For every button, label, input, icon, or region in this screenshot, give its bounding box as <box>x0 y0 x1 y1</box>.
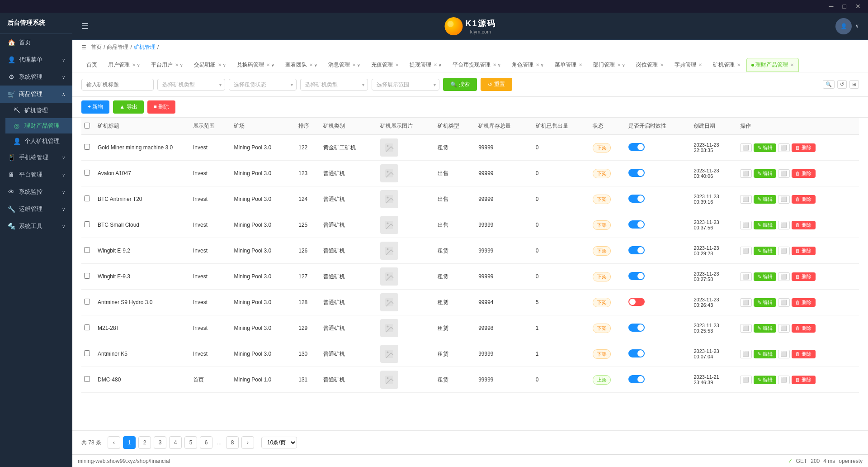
tab-close-icon[interactable]: ✕ <box>660 62 664 67</box>
tab-close-icon[interactable]: ✕ <box>309 62 313 67</box>
tab-team[interactable]: 查看团队 ✕ ∨ <box>280 58 322 72</box>
tab-users[interactable]: 用户管理 ✕ ∨ <box>103 58 145 72</box>
tab-close-icon[interactable]: ✕ <box>218 62 222 67</box>
delete-button[interactable]: 🗑 删除 <box>792 298 815 307</box>
add-button[interactable]: + 新增 <box>81 100 109 114</box>
rental-select[interactable]: 选择租赁状态 <box>229 79 297 91</box>
pagination-page-5[interactable]: 5 <box>184 436 197 449</box>
toggle-switch[interactable] <box>628 246 645 254</box>
tab-redeem[interactable]: 兑换码管理 ✕ ∨ <box>232 58 279 72</box>
toggle-switch[interactable] <box>628 195 645 203</box>
tab-close-icon[interactable]: ✕ <box>737 62 741 67</box>
tab-platform-withdraw[interactable]: 平台币提现管理 ✕ ∨ <box>448 58 506 72</box>
edit-button[interactable]: ✎ 编辑 <box>754 143 776 152</box>
view-button[interactable]: ⬜ <box>778 247 790 255</box>
tab-close-icon[interactable]: ✕ <box>536 62 539 67</box>
toggle-switch[interactable] <box>628 298 645 306</box>
toggle-switch[interactable] <box>628 349 645 357</box>
toggle-switch[interactable] <box>628 220 645 229</box>
sidebar-item-mobile[interactable]: 📱 手机端管理 ∨ <box>0 149 72 166</box>
menu-icon[interactable]: ☰ <box>81 44 86 51</box>
copy-button[interactable]: ⬜ <box>740 143 752 152</box>
delete-button[interactable]: 🗑 删除 <box>792 195 815 204</box>
edit-button[interactable]: ✎ 编辑 <box>754 298 776 307</box>
tab-positions[interactable]: 岗位管理 ✕ <box>631 58 669 72</box>
delete-button[interactable]: 🗑 删除 <box>792 324 815 333</box>
category-select[interactable]: 选择矿机类型 <box>300 79 368 91</box>
edit-button[interactable]: ✎ 编辑 <box>754 324 776 333</box>
row-checkbox[interactable] <box>84 324 90 330</box>
edit-button[interactable]: ✎ 编辑 <box>754 247 776 255</box>
tab-menus[interactable]: 菜单管理 ✕ <box>550 58 587 72</box>
toggle-switch[interactable] <box>628 143 645 151</box>
row-checkbox[interactable] <box>84 247 90 253</box>
view-button[interactable]: ⬜ <box>778 350 790 358</box>
delete-button[interactable]: 🗑 删除 <box>792 350 815 358</box>
pagination-next[interactable]: › <box>241 436 254 449</box>
export-button[interactable]: ▲ 导出 <box>113 100 143 114</box>
pagination-page-1[interactable]: 1 <box>123 436 136 449</box>
row-checkbox[interactable] <box>84 350 90 356</box>
chevron-down-icon[interactable]: ∨ <box>357 63 360 67</box>
close-button[interactable]: ✕ <box>853 2 863 11</box>
select-all-checkbox[interactable] <box>84 123 90 129</box>
tab-financial-products[interactable]: 理财产品管理 ✕ <box>746 58 799 72</box>
toggle-switch[interactable] <box>628 169 645 177</box>
chevron-down-icon[interactable]: ∨ <box>223 63 226 67</box>
tab-close-icon[interactable]: ✕ <box>395 62 399 67</box>
tab-close-icon[interactable]: ✕ <box>698 62 702 67</box>
tab-home[interactable]: 首页 <box>81 58 102 72</box>
tab-messages[interactable]: 消息管理 ✕ ∨ <box>323 58 365 72</box>
tab-transactions[interactable]: 交易明细 ✕ ∨ <box>189 58 231 72</box>
sidebar-item-platform[interactable]: 🖥 平台管理 ∨ <box>0 166 72 183</box>
tab-roles[interactable]: 角色管理 ✕ ∨ <box>507 58 549 72</box>
sidebar-item-personal-mining[interactable]: 👤 个人矿机管理 <box>5 133 72 149</box>
edit-button[interactable]: ✎ 编辑 <box>754 221 776 229</box>
table-columns-icon[interactable]: ⊞ <box>849 80 859 89</box>
tab-recharge[interactable]: 充值管理 ✕ <box>366 58 404 72</box>
search-input[interactable] <box>81 79 154 91</box>
tab-platform-users[interactable]: 平台用户 ✕ ∨ <box>146 58 188 72</box>
view-button[interactable]: ⬜ <box>778 272 790 281</box>
menu-toggle-button[interactable]: ☰ <box>81 21 89 31</box>
pagination-prev[interactable]: ‹ <box>108 436 120 449</box>
breadcrumb-home[interactable]: 首页 <box>91 43 102 51</box>
chevron-down-icon[interactable]: ∨ <box>271 63 274 67</box>
toggle-switch[interactable] <box>628 324 645 332</box>
row-checkbox[interactable] <box>84 376 90 382</box>
avatar[interactable]: 👤 <box>835 18 852 34</box>
row-checkbox[interactable] <box>84 221 90 227</box>
view-button[interactable]: ⬜ <box>778 324 790 333</box>
tab-close-icon[interactable]: ✕ <box>493 62 496 67</box>
sidebar-item-products[interactable]: 🛒 商品管理 ∧ <box>0 86 72 103</box>
type-select[interactable]: 选择矿机类型 <box>157 79 225 91</box>
edit-button[interactable]: ✎ 编辑 <box>754 195 776 204</box>
pagination-page-4[interactable]: 4 <box>169 436 182 449</box>
copy-button[interactable]: ⬜ <box>740 272 752 281</box>
edit-button[interactable]: ✎ 编辑 <box>754 272 776 281</box>
copy-button[interactable]: ⬜ <box>740 221 752 229</box>
tab-dictionary[interactable]: 字典管理 ✕ <box>670 58 707 72</box>
pagination-page-3[interactable]: 3 <box>154 436 166 449</box>
toggle-switch[interactable] <box>628 272 645 280</box>
dropdown-arrow-icon[interactable]: ∨ <box>855 23 859 29</box>
tab-close-icon[interactable]: ✕ <box>790 62 794 67</box>
tab-close-icon[interactable]: ✕ <box>579 62 582 67</box>
copy-button[interactable]: ⬜ <box>740 350 752 358</box>
view-button[interactable]: ⬜ <box>778 221 790 229</box>
tab-close-icon[interactable]: ✕ <box>132 62 136 67</box>
sidebar-item-agent[interactable]: 👤 代理菜单 ∨ <box>0 51 72 68</box>
delete-button[interactable]: 🗑 删除 <box>792 143 815 152</box>
tab-close-icon[interactable]: ✕ <box>266 62 270 67</box>
sidebar-item-monitor[interactable]: 👁 系统监控 ∨ <box>0 183 72 200</box>
view-button[interactable]: ⬜ <box>778 143 790 152</box>
sidebar-item-ops[interactable]: 🔧 运维管理 ∨ <box>0 200 72 218</box>
table-refresh-icon[interactable]: ↺ <box>837 80 847 89</box>
chevron-down-icon[interactable]: ∨ <box>622 63 625 67</box>
sidebar-item-mining[interactable]: ⛏ 矿机管理 <box>5 103 72 118</box>
sidebar-item-system[interactable]: ⚙ 系统管理 ∨ <box>0 68 72 86</box>
restore-button[interactable]: □ <box>840 2 849 11</box>
edit-button[interactable]: ✎ 编辑 <box>754 169 776 178</box>
minimize-button[interactable]: ─ <box>826 2 836 11</box>
view-button[interactable]: ⬜ <box>778 376 790 384</box>
